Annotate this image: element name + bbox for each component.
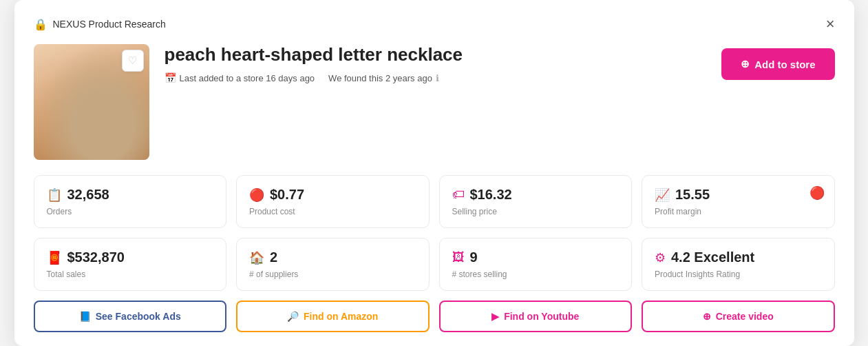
meta-found-text: We found this 2 years ago — [328, 73, 432, 83]
stat-label-insights-rating: Product Insights Rating — [655, 269, 822, 279]
product-info: peach heart-shaped letter necklace 📅 Las… — [165, 44, 707, 83]
app-title: NEXUS Product Research — [53, 19, 166, 30]
stat-top: 📈 15.55 — [655, 187, 822, 203]
product-research-modal: 🔒 NEXUS Product Research × ♡ peach heart… — [14, 0, 854, 346]
stat-icon-suppliers: 🏠 — [249, 250, 264, 265]
stat-value-selling-price: $16.32 — [470, 187, 512, 203]
stat-top: 🧧 $532,870 — [47, 250, 214, 265]
stat-value-product-cost: $0.77 — [270, 187, 304, 203]
stat-value-suppliers: 2 — [270, 250, 277, 265]
stat-label-profit-margin: Profit margin — [655, 207, 822, 216]
product-section: ♡ peach heart-shaped letter necklace 📅 L… — [34, 44, 835, 160]
action-grid: 📘 See Facebook Ads 🔎 Find on Amazon ▶ Fi… — [34, 301, 835, 332]
create-video-button[interactable]: ⊕ Create video — [642, 301, 835, 332]
facebook-ads-button[interactable]: 📘 See Facebook Ads — [34, 301, 227, 332]
product-image-wrap: ♡ — [34, 44, 149, 160]
lock-icon: 🔒 — [34, 18, 47, 31]
stat-top: 🏠 2 — [249, 250, 416, 265]
find-amazon-button[interactable]: 🔎 Find on Amazon — [236, 301, 430, 332]
calendar-icon: 📅 — [165, 72, 176, 83]
stat-card-product-cost: 🔴 $0.77 Product cost — [236, 175, 430, 228]
create-video-label: Create video — [716, 311, 774, 322]
stat-card-profit-margin: 📈 15.55 Profit margin 🔴 — [642, 175, 835, 228]
stat-icon-stores-selling: 🖼 — [452, 250, 465, 265]
meta-added-text: Last added to a store 16 days ago — [180, 73, 315, 83]
info-icon: ℹ — [436, 73, 439, 83]
modal-header: 🔒 NEXUS Product Research × — [34, 17, 835, 32]
find-amazon-icon: 🔎 — [287, 311, 299, 322]
stat-icon-orders: 📋 — [47, 187, 62, 203]
stat-icon-selling-price: 🏷 — [452, 187, 465, 202]
stat-value-total-sales: $532,870 — [67, 250, 125, 265]
stat-card-total-sales: 🧧 $532,870 Total sales — [34, 238, 227, 291]
stat-icon-product-cost: 🔴 — [249, 187, 264, 203]
stat-top: 🖼 9 — [452, 250, 620, 265]
find-youtube-button[interactable]: ▶ Find on Youtube — [439, 301, 633, 332]
stat-top: 🏷 $16.32 — [452, 187, 620, 203]
stat-label-stores-selling: # stores selling — [452, 269, 620, 279]
meta-added: 📅 Last added to a store 16 days ago — [165, 72, 315, 83]
favorite-button[interactable]: ♡ — [122, 50, 144, 72]
stat-label-selling-price: Selling price — [452, 207, 620, 216]
stat-card-stores-selling: 🖼 9 # stores selling — [439, 238, 633, 291]
meta-found: We found this 2 years ago ℹ — [328, 73, 439, 83]
stat-value-orders: 32,658 — [67, 187, 109, 203]
stat-value-profit-margin: 15.55 — [675, 187, 710, 203]
find-youtube-label: Find on Youtube — [504, 311, 579, 322]
plus-icon: ⊕ — [741, 58, 750, 70]
stat-card-suppliers: 🏠 2 # of suppliers — [236, 238, 430, 291]
stat-card-selling-price: 🏷 $16.32 Selling price — [439, 175, 633, 228]
stat-value-insights-rating: 4.2 Excellent — [671, 250, 754, 265]
facebook-ads-label: See Facebook Ads — [96, 311, 181, 322]
stat-label-orders: Orders — [47, 207, 214, 216]
heart-icon: ♡ — [128, 54, 137, 67]
add-to-store-button[interactable]: ⊕ Add to store — [721, 48, 834, 80]
stat-card-insights-rating: ⚙ 4.2 Excellent Product Insights Rating — [642, 238, 835, 291]
stat-card-orders: 📋 32,658 Orders — [34, 175, 227, 228]
stat-label-product-cost: Product cost — [249, 207, 416, 216]
stat-top: ⚙ 4.2 Excellent — [655, 250, 822, 265]
stat-value-stores-selling: 9 — [470, 250, 478, 265]
stat-icon-insights-rating: ⚙ — [655, 250, 666, 265]
find-youtube-icon: ▶ — [491, 311, 499, 322]
stat-icon-total-sales: 🧧 — [47, 250, 62, 265]
stats-grid-row1: 📋 32,658 Orders 🔴 $0.77 Product cost 🏷 $… — [34, 175, 835, 228]
stats-grid-row2: 🧧 $532,870 Total sales 🏠 2 # of supplier… — [34, 238, 835, 291]
stat-label-suppliers: # of suppliers — [249, 269, 416, 279]
create-video-icon: ⊕ — [703, 311, 711, 322]
product-meta: 📅 Last added to a store 16 days ago We f… — [165, 72, 707, 83]
stat-top: 📋 32,658 — [47, 187, 214, 203]
stat-top: 🔴 $0.77 — [249, 187, 416, 203]
flame-icon: 🔴 — [809, 185, 825, 201]
add-to-store-label: Add to store — [754, 59, 815, 70]
stat-icon-profit-margin: 📈 — [655, 187, 670, 203]
stat-label-total-sales: Total sales — [47, 269, 214, 279]
facebook-ads-icon: 📘 — [79, 311, 91, 322]
find-amazon-label: Find on Amazon — [304, 311, 378, 322]
product-name: peach heart-shaped letter necklace — [165, 44, 707, 65]
close-button[interactable]: × — [826, 17, 835, 32]
modal-title-row: 🔒 NEXUS Product Research — [34, 18, 166, 31]
